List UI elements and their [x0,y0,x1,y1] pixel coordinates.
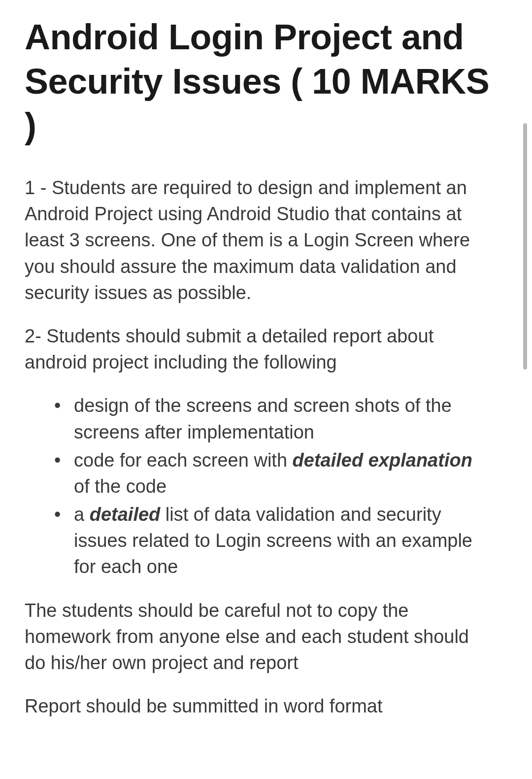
list-item: design of the screens and screen shots o… [54,393,493,445]
list-item-emphasis: detailed [90,504,161,525]
list-item-text-pre: a [74,504,90,525]
list-item-text: design of the screens and screen shots o… [74,395,452,442]
list-item-emphasis: detailed explanation [293,450,472,471]
scrollbar-thumb[interactable] [523,123,527,370]
page-title: Android Login Project and Security Issue… [25,15,493,148]
paragraph-1: 1 - Students are required to design and … [25,175,493,306]
list-item-text-post: of the code [74,476,166,497]
paragraph-2: 2- Students should submit a detailed rep… [25,323,493,375]
list-item-text-pre: code for each screen with [74,450,293,471]
bullet-list: design of the screens and screen shots o… [25,393,493,580]
list-item: code for each screen with detailed expla… [54,447,493,500]
document-body: Android Login Project and Security Issue… [0,0,517,756]
paragraph-4: Report should be summitted in word forma… [25,693,493,719]
paragraph-3: The students should be careful not to co… [25,598,493,677]
list-item: a detailed list of data validation and s… [54,502,493,580]
